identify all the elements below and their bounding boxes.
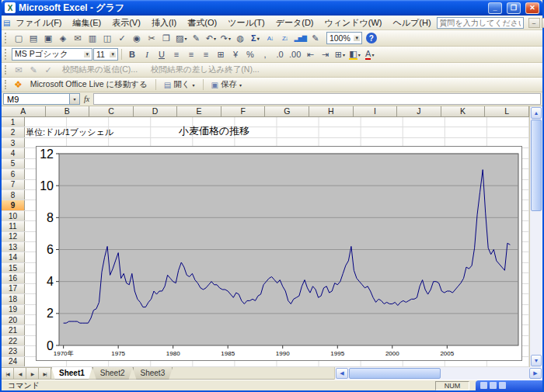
review-command-label[interactable]: 校閲結果の差し込み終了(N)... xyxy=(145,64,266,75)
menu-item[interactable]: ツール(T) xyxy=(222,16,270,29)
toolbar-grip[interactable] xyxy=(5,33,8,43)
question-box[interactable] xyxy=(437,17,524,29)
column-header[interactable]: J xyxy=(397,106,441,117)
row-header[interactable]: 10 xyxy=(2,211,25,220)
font-color-icon[interactable]: A▾ xyxy=(363,48,377,61)
column-header[interactable]: I xyxy=(354,106,398,117)
chart-title-cell[interactable]: 小麦価格の推移 xyxy=(179,126,249,136)
row-header[interactable]: 1 xyxy=(2,117,25,127)
scroll-down-icon[interactable]: ▼ xyxy=(531,355,542,366)
office-live-open-button[interactable]: ▤ 開く ▾ xyxy=(159,78,200,92)
comma-style-icon[interactable]: , xyxy=(258,48,272,61)
first-sheet-button[interactable]: |◀ xyxy=(2,367,14,380)
zoom-dropdown-icon[interactable]: ▾ xyxy=(354,35,360,41)
end-review-icon[interactable]: ✓ xyxy=(41,64,55,77)
email-icon[interactable]: ✉ xyxy=(71,32,85,45)
toolbar-grip[interactable] xyxy=(5,65,8,75)
horizontal-scrollbar[interactable]: ◀ ▶ xyxy=(334,367,542,380)
increase-indent-icon[interactable]: ⇥ xyxy=(318,48,332,61)
menu-item[interactable]: 挿入(I) xyxy=(146,16,182,29)
chart-wizard-icon[interactable]: ▂▅▇ xyxy=(292,32,307,45)
horizontal-scrollbar-thumb[interactable] xyxy=(349,368,441,379)
name-box[interactable]: M9 xyxy=(3,93,70,105)
vertical-scrollbar[interactable]: ▲ ▼ xyxy=(529,106,542,367)
row-header[interactable]: 6 xyxy=(2,169,25,179)
sheet-tab[interactable]: Sheet2 xyxy=(92,367,133,380)
row-header[interactable]: 21 xyxy=(2,325,25,335)
undo-icon[interactable]: ↶▾ xyxy=(204,32,218,45)
underline-icon[interactable]: U xyxy=(155,48,169,61)
close-button[interactable]: ✕ xyxy=(525,2,539,14)
row-header[interactable]: 9 xyxy=(2,200,25,210)
minimize-button[interactable]: _ xyxy=(488,2,502,14)
menu-item[interactable]: 編集(E) xyxy=(68,16,107,29)
decrease-indent-icon[interactable]: ⇤ xyxy=(303,48,317,61)
unit-label-cell[interactable]: 単位:ドル/1ブッシェル xyxy=(26,127,113,137)
column-header[interactable]: A xyxy=(2,106,46,117)
maximize-button[interactable]: ❐ xyxy=(507,2,521,14)
drawing-icon[interactable]: ✎ xyxy=(309,32,323,45)
track-changes-icon[interactable]: ✎ xyxy=(26,64,40,77)
row-header[interactable]: 4 xyxy=(2,148,25,158)
row-header[interactable]: 16 xyxy=(2,273,25,283)
row-header[interactable]: 24 xyxy=(2,357,25,366)
format-painter-icon[interactable]: ✎ xyxy=(189,32,203,45)
row-header[interactable]: 7 xyxy=(2,180,25,189)
menu-item[interactable]: 書式(O) xyxy=(182,16,222,29)
save-icon[interactable]: ▣ xyxy=(41,32,55,45)
column-header[interactable]: E xyxy=(177,106,221,117)
row-header[interactable]: 11 xyxy=(2,221,25,231)
font-dropdown-icon[interactable]: ▾ xyxy=(84,51,90,57)
redo-icon[interactable]: ↷▾ xyxy=(218,32,232,45)
horizontal-scrollbar-track[interactable] xyxy=(441,367,528,380)
scroll-left-icon[interactable]: ◀ xyxy=(336,368,348,379)
bold-icon[interactable]: B xyxy=(125,48,139,61)
currency-style-icon[interactable]: ¥ xyxy=(228,48,242,61)
open-icon[interactable]: ▤ xyxy=(26,32,40,45)
fill-color-icon[interactable]: ◧▾ xyxy=(347,48,361,61)
row-header[interactable]: 3 xyxy=(2,138,25,147)
insert-function-button[interactable]: fx xyxy=(80,95,93,103)
prev-sheet-button[interactable]: ◀ xyxy=(14,367,26,380)
permission-icon[interactable]: ◈ xyxy=(56,32,70,45)
row-header[interactable]: 5 xyxy=(2,159,25,168)
row-header[interactable]: 13 xyxy=(2,242,25,252)
print-preview-icon[interactable]: ◫ xyxy=(100,32,114,45)
row-header[interactable]: 14 xyxy=(2,252,25,262)
toolbar-grip[interactable] xyxy=(5,80,8,90)
size-dropdown-icon[interactable]: ▾ xyxy=(110,51,116,57)
italic-icon[interactable]: I xyxy=(140,48,154,61)
menu-item[interactable]: データ(D) xyxy=(270,16,319,29)
row-header[interactable]: 8 xyxy=(2,190,25,199)
scroll-right-icon[interactable]: ▶ xyxy=(529,368,542,379)
menu-item[interactable]: ヘルプ(H) xyxy=(388,16,437,29)
row-header[interactable]: 2 xyxy=(2,127,25,137)
scroll-up-icon[interactable]: ▲ xyxy=(531,107,542,119)
menu-item[interactable]: 表示(V) xyxy=(106,16,146,29)
ime-language-bar[interactable] xyxy=(476,380,542,391)
spelling-icon[interactable]: ✓ xyxy=(115,32,129,45)
last-sheet-button[interactable]: ▶| xyxy=(39,367,51,380)
merge-center-icon[interactable]: ⊞ xyxy=(214,48,228,61)
align-left-icon[interactable]: ≡ xyxy=(169,48,183,61)
reply-with-changes-icon[interactable]: ✉ xyxy=(12,64,26,77)
office-live-go-button[interactable]: Microsoft Office Live に移動する xyxy=(26,78,152,92)
help-icon[interactable]: ? xyxy=(366,33,377,43)
menu-item[interactable]: ウィンドウ(W) xyxy=(319,16,388,29)
autosum-icon[interactable]: Σ▾ xyxy=(248,32,262,45)
cut-icon[interactable]: ✂ xyxy=(145,32,159,45)
column-header[interactable]: F xyxy=(221,106,266,117)
font-name-combo[interactable]: MS Pゴシック ▾ xyxy=(12,48,92,61)
new-document-icon[interactable]: ▢ xyxy=(12,32,26,45)
borders-icon[interactable]: ⊞▾ xyxy=(333,48,347,61)
column-header[interactable]: D xyxy=(134,106,178,117)
formula-input[interactable] xyxy=(93,93,541,105)
column-header[interactable]: H xyxy=(309,106,354,117)
workbook-minimize-button[interactable]: – xyxy=(528,18,540,28)
sheet-tab[interactable]: Sheet3 xyxy=(133,367,173,380)
row-header[interactable]: 20 xyxy=(2,315,25,324)
column-header[interactable]: L xyxy=(485,106,529,117)
row-header[interactable]: 22 xyxy=(2,336,25,345)
column-header[interactable]: B xyxy=(46,106,90,117)
print-icon[interactable]: ▥ xyxy=(85,32,99,45)
